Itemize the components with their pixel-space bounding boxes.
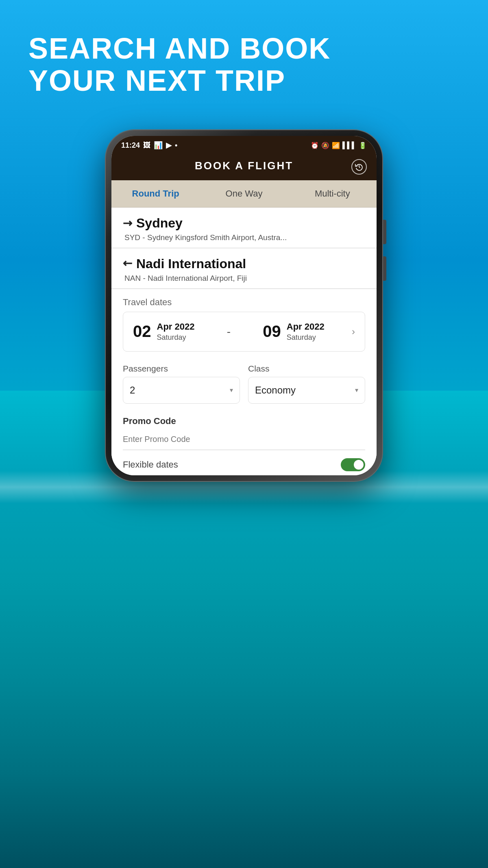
- play-icon: ▶: [166, 141, 172, 150]
- date-range-separator: -: [227, 325, 231, 338]
- hero-line2: YOUR NEXT TRIP: [28, 65, 331, 97]
- wifi-icon: 📶: [332, 142, 340, 149]
- status-bar: 11:24 🖼 📊 ▶ • ⏰ 🔕 📶 ▌▌▌ 🔋: [111, 136, 377, 153]
- origin-city: Sydney: [136, 216, 183, 231]
- toggle-knob: [354, 460, 364, 470]
- time-display: 11:24: [121, 141, 140, 150]
- return-month-wrap: Apr 2022 Saturday: [287, 321, 325, 342]
- promo-section: Promo Code: [111, 412, 377, 450]
- flexible-dates-row: Flexible dates: [111, 450, 377, 475]
- alarm-icon: ⏰: [311, 142, 319, 149]
- dot-icon: •: [175, 141, 177, 150]
- return-date: 09 Apr 2022 Saturday: [263, 321, 324, 342]
- passengers-chevron-icon: ▾: [230, 386, 233, 394]
- tab-one-way[interactable]: One Way: [200, 180, 288, 207]
- depart-month-wrap: Apr 2022 Saturday: [157, 321, 195, 342]
- passengers-value: 2: [130, 385, 135, 396]
- phone-mockup: 11:24 🖼 📊 ▶ • ⏰ 🔕 📶 ▌▌▌ 🔋 BOOK A FLIGHT: [106, 130, 382, 481]
- history-icon: [355, 163, 363, 171]
- tab-round-trip[interactable]: Round Trip: [111, 180, 200, 207]
- class-group: Class Economy ▾: [248, 364, 365, 404]
- class-label: Class: [248, 364, 365, 374]
- booking-form: ↗ Sydney SYD - Sydney Kingsford Smith Ai…: [111, 208, 377, 475]
- destination-city: Nadi International: [136, 256, 246, 271]
- destination-field[interactable]: ↗ Nadi International NAN - Nadi Internat…: [111, 248, 377, 289]
- chart-icon: 📊: [154, 141, 163, 150]
- class-select[interactable]: Economy ▾: [248, 377, 365, 404]
- app-title: BOOK A FLIGHT: [195, 160, 293, 172]
- passengers-select[interactable]: 2 ▾: [123, 377, 240, 404]
- hero-line1: SEARCH AND BOOK: [28, 33, 331, 65]
- depart-weekday: Saturday: [157, 333, 195, 342]
- battery-icon: 🔋: [359, 142, 367, 149]
- status-bar-right: ⏰ 🔕 📶 ▌▌▌ 🔋: [311, 142, 367, 149]
- phone-screen: 11:24 🖼 📊 ▶ • ⏰ 🔕 📶 ▌▌▌ 🔋 BOOK A FLIGHT: [111, 136, 377, 475]
- destination-city-row: ↗ Nadi International: [123, 256, 365, 271]
- class-chevron-icon: ▾: [355, 386, 358, 394]
- passengers-label: Passengers: [123, 364, 240, 374]
- depart-month: Apr 2022: [157, 321, 195, 333]
- travel-dates-label: Travel dates: [111, 289, 377, 312]
- passengers-class-row: Passengers 2 ▾ Class Economy ▾: [111, 360, 377, 412]
- photo-icon: 🖼: [143, 141, 150, 150]
- arrival-arrow-icon: ↗: [120, 256, 136, 272]
- app-header: BOOK A FLIGHT: [111, 153, 377, 180]
- signal-icon: ▌▌▌: [342, 142, 356, 149]
- mute-icon: 🔕: [321, 142, 329, 149]
- passengers-group: Passengers 2 ▾: [123, 364, 240, 404]
- return-month: Apr 2022: [287, 321, 325, 333]
- promo-code-label: Promo Code: [123, 416, 365, 426]
- depart-date: 02 Apr 2022 Saturday: [133, 321, 194, 342]
- flexible-dates-toggle[interactable]: [341, 458, 365, 471]
- depart-day: 02: [133, 322, 151, 341]
- promo-code-input[interactable]: [123, 431, 365, 450]
- trip-type-tabs: Round Trip One Way Multi-city: [111, 180, 377, 208]
- tab-multi-city[interactable]: Multi-city: [288, 180, 377, 207]
- departure-arrow-icon: ↗: [120, 215, 136, 232]
- return-day: 09: [263, 322, 281, 341]
- hero-text: SEARCH AND BOOK YOUR NEXT TRIP: [28, 33, 331, 97]
- return-weekday: Saturday: [287, 333, 325, 342]
- origin-field[interactable]: ↗ Sydney SYD - Sydney Kingsford Smith Ai…: [111, 208, 377, 248]
- class-value: Economy: [255, 385, 296, 396]
- origin-city-row: ↗ Sydney: [123, 216, 365, 231]
- phone-outer-frame: 11:24 🖼 📊 ▶ • ⏰ 🔕 📶 ▌▌▌ 🔋 BOOK A FLIGHT: [106, 130, 382, 481]
- destination-code: NAN - Nadi International Airport, Fiji: [123, 274, 365, 283]
- status-bar-left: 11:24 🖼 📊 ▶ •: [121, 141, 177, 150]
- date-chevron-icon: ›: [352, 326, 355, 337]
- date-picker[interactable]: 02 Apr 2022 Saturday - 09 Apr 2022 Satur…: [123, 312, 365, 352]
- history-button[interactable]: [351, 159, 367, 175]
- flexible-dates-label: Flexible dates: [123, 459, 178, 470]
- origin-code: SYD - Sydney Kingsford Smith Airport, Au…: [123, 233, 365, 242]
